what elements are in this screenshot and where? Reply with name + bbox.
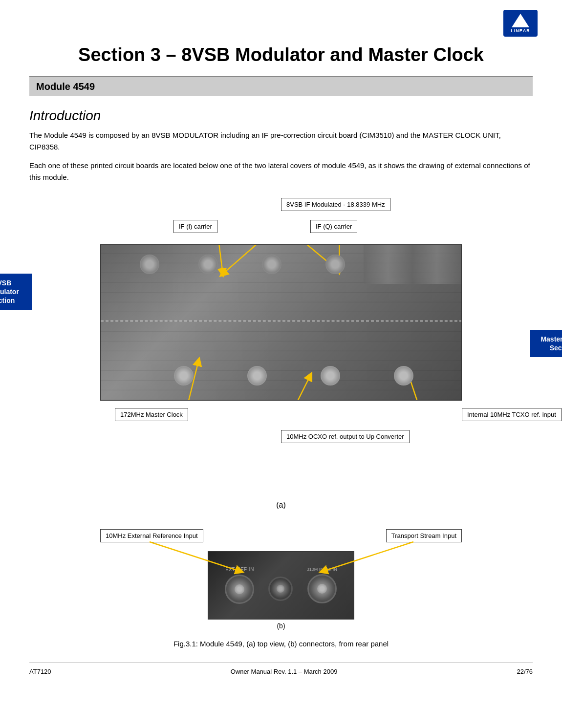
label-8vsb-modulator: 8VSB Modulator Section	[0, 274, 32, 310]
diagram-outer: 8VSB Modulator Section Master Clock Sect…	[37, 244, 525, 452]
svg-line-6	[286, 376, 310, 401]
annot-8vsb-if: 8VSB IF Modulated - 18.8339 MHz	[281, 198, 390, 211]
intro-heading: Introduction	[29, 108, 533, 124]
module-heading: Module 4549	[29, 76, 533, 96]
annot-172mhz: 172MHz Master Clock	[115, 408, 188, 421]
intro-paragraph2: Each one of these printed circuit boards…	[29, 160, 533, 183]
logo-area: LINEAR	[503, 10, 542, 39]
annot-if-i: IF (I) carrier	[173, 220, 217, 233]
hardware-photo-b: EXT. REF. IN 310M IN ASI IN	[208, 551, 354, 620]
annot-10mhz-ocxo: 10MHz OCXO ref. output to Up Converter	[281, 430, 410, 443]
logo-text: LINEAR	[511, 28, 530, 33]
annot-internal-10mhz: Internal 10MHz TCXO ref. input	[462, 408, 562, 421]
annot-10mhz-external: 10MHz External Reference Input	[100, 529, 203, 542]
footer-right: 22/76	[517, 668, 533, 675]
footer: AT7120 Owner Manual Rev. 1.1 – March 200…	[29, 663, 533, 675]
annot-if-q: IF (Q) carrier	[310, 220, 357, 233]
hardware-photo-a	[100, 244, 462, 401]
diagram-b-inner: 10MHz External Reference Input Transport…	[100, 519, 462, 630]
intro-paragraph1: The Module 4549 is composed by an 8VSB M…	[29, 129, 533, 153]
photo-region: 172MHz Master Clock Internal 10MHz TCXO …	[100, 244, 462, 452]
annot-transport-stream: Transport Stream Input	[386, 529, 462, 542]
logo-triangle-icon	[512, 14, 529, 27]
fig-caption: Fig.3.1: Module 4549, (a) top view, (b) …	[29, 640, 533, 648]
caption-a: (a)	[29, 501, 533, 510]
page-title: Section 3 – 8VSB Modulator and Master Cl…	[29, 44, 533, 66]
diagram-b: 10MHz External Reference Input Transport…	[29, 519, 533, 630]
figure-area: 8VSB IF Modulated - 18.8339 MHz IF (I) c…	[29, 198, 533, 648]
label-310m: 310M IN ASI IN	[307, 567, 337, 572]
label-ext-ref: EXT. REF. IN	[225, 567, 254, 572]
footer-center: Owner Manual Rev. 1.1 – March 2009	[231, 668, 338, 675]
logo-box: LINEAR	[503, 10, 538, 37]
page-wrapper: LINEAR Section 3 – 8VSB Modulator and Ma…	[0, 0, 562, 695]
footer-left: AT7120	[29, 668, 51, 675]
diagram-a: 8VSB IF Modulated - 18.8339 MHz IF (I) c…	[29, 198, 533, 510]
section-separator	[101, 321, 462, 321]
caption-b: (b)	[100, 622, 462, 630]
label-master-clock: Master Clock Section	[530, 330, 562, 357]
svg-line-2	[218, 244, 223, 273]
